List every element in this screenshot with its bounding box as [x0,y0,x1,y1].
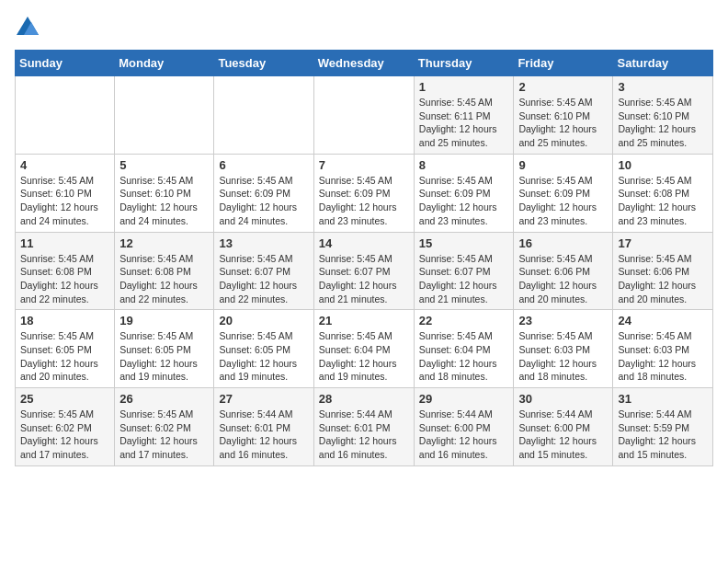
header-row: SundayMondayTuesdayWednesdayThursdayFrid… [16,51,713,76]
day-number: 14 [319,236,409,250]
day-cell: 1Sunrise: 5:45 AM Sunset: 6:11 PM Daylig… [414,76,514,155]
day-cell: 29Sunrise: 5:44 AM Sunset: 6:00 PM Dayli… [414,388,514,466]
week-row-1: 1Sunrise: 5:45 AM Sunset: 6:11 PM Daylig… [16,76,713,155]
day-cell: 11Sunrise: 5:45 AM Sunset: 6:08 PM Dayli… [16,232,115,310]
day-info: Sunrise: 5:45 AM Sunset: 6:02 PM Dayligh… [20,408,109,462]
day-cell: 6Sunrise: 5:45 AM Sunset: 6:09 PM Daylig… [214,154,313,232]
day-info: Sunrise: 5:45 AM Sunset: 6:03 PM Dayligh… [518,329,608,384]
day-cell: 12Sunrise: 5:45 AM Sunset: 6:08 PM Dayli… [115,232,214,310]
header-cell-wednesday: Wednesday [313,51,414,76]
day-number: 31 [618,392,708,406]
day-number: 11 [20,236,109,250]
day-number: 9 [518,158,608,172]
day-number: 25 [20,392,109,406]
day-number: 7 [319,158,409,172]
day-cell: 4Sunrise: 5:45 AM Sunset: 6:10 PM Daylig… [16,154,115,232]
header-cell-friday: Friday [514,51,613,76]
day-cell: 21Sunrise: 5:45 AM Sunset: 6:04 PM Dayli… [313,310,414,388]
day-number: 15 [419,236,509,250]
day-info: Sunrise: 5:45 AM Sunset: 6:03 PM Dayligh… [618,329,708,384]
day-number: 17 [618,236,708,250]
day-number: 2 [518,80,608,94]
day-cell: 18Sunrise: 5:45 AM Sunset: 6:05 PM Dayli… [16,310,115,388]
header-cell-thursday: Thursday [414,51,514,76]
day-number: 4 [20,158,109,172]
header-cell-sunday: Sunday [16,51,115,76]
day-info: Sunrise: 5:45 AM Sunset: 6:06 PM Dayligh… [518,252,608,306]
day-cell: 23Sunrise: 5:45 AM Sunset: 6:03 PM Dayli… [514,310,613,388]
day-cell: 14Sunrise: 5:45 AM Sunset: 6:07 PM Dayli… [313,232,414,310]
header-cell-saturday: Saturday [613,51,713,76]
header-cell-tuesday: Tuesday [214,51,313,76]
calendar-table: SundayMondayTuesdayWednesdayThursdayFrid… [15,50,713,466]
day-info: Sunrise: 5:45 AM Sunset: 6:09 PM Dayligh… [419,174,509,228]
day-info: Sunrise: 5:45 AM Sunset: 6:08 PM Dayligh… [618,174,708,228]
logo [15,15,44,40]
day-number: 12 [119,236,209,250]
day-number: 6 [219,158,308,172]
day-info: Sunrise: 5:45 AM Sunset: 6:07 PM Dayligh… [319,252,409,306]
day-cell: 19Sunrise: 5:45 AM Sunset: 6:05 PM Dayli… [115,310,214,388]
day-cell: 9Sunrise: 5:45 AM Sunset: 6:09 PM Daylig… [514,154,613,232]
day-info: Sunrise: 5:45 AM Sunset: 6:09 PM Dayligh… [219,174,308,228]
week-row-5: 25Sunrise: 5:45 AM Sunset: 6:02 PM Dayli… [16,388,713,466]
week-row-3: 11Sunrise: 5:45 AM Sunset: 6:08 PM Dayli… [16,232,713,310]
day-info: Sunrise: 5:44 AM Sunset: 6:00 PM Dayligh… [518,408,608,462]
day-info: Sunrise: 5:45 AM Sunset: 6:10 PM Dayligh… [119,174,209,228]
day-cell: 8Sunrise: 5:45 AM Sunset: 6:09 PM Daylig… [414,154,514,232]
day-number: 29 [419,392,509,406]
day-number: 22 [419,314,509,327]
day-info: Sunrise: 5:45 AM Sunset: 6:09 PM Dayligh… [518,174,608,228]
day-number: 16 [518,236,608,250]
day-cell: 24Sunrise: 5:45 AM Sunset: 6:03 PM Dayli… [613,310,713,388]
day-number: 23 [518,314,608,327]
day-info: Sunrise: 5:44 AM Sunset: 6:01 PM Dayligh… [219,408,308,462]
day-cell: 28Sunrise: 5:44 AM Sunset: 6:01 PM Dayli… [313,388,414,466]
day-info: Sunrise: 5:45 AM Sunset: 6:08 PM Dayligh… [119,252,209,306]
day-info: Sunrise: 5:45 AM Sunset: 6:04 PM Dayligh… [419,329,509,384]
day-number: 26 [119,392,209,406]
day-info: Sunrise: 5:45 AM Sunset: 6:05 PM Dayligh… [119,329,209,384]
day-number: 10 [618,158,708,172]
day-cell: 30Sunrise: 5:44 AM Sunset: 6:00 PM Dayli… [514,388,613,466]
day-info: Sunrise: 5:45 AM Sunset: 6:11 PM Dayligh… [419,96,509,150]
logo-icon [15,15,40,40]
calendar-header: SundayMondayTuesdayWednesdayThursdayFrid… [16,51,713,76]
day-cell: 3Sunrise: 5:45 AM Sunset: 6:10 PM Daylig… [613,76,713,155]
day-cell [214,76,313,155]
day-number: 20 [219,314,308,327]
day-info: Sunrise: 5:45 AM Sunset: 6:09 PM Dayligh… [319,174,409,228]
day-cell: 26Sunrise: 5:45 AM Sunset: 6:02 PM Dayli… [115,388,214,466]
day-cell: 17Sunrise: 5:45 AM Sunset: 6:06 PM Dayli… [613,232,713,310]
day-number: 30 [518,392,608,406]
day-number: 5 [119,158,209,172]
day-cell: 13Sunrise: 5:45 AM Sunset: 6:07 PM Dayli… [214,232,313,310]
day-info: Sunrise: 5:44 AM Sunset: 6:01 PM Dayligh… [319,408,409,462]
day-info: Sunrise: 5:45 AM Sunset: 6:10 PM Dayligh… [20,174,109,228]
header [15,15,713,40]
day-number: 18 [20,314,109,327]
day-number: 8 [419,158,509,172]
day-cell: 2Sunrise: 5:45 AM Sunset: 6:10 PM Daylig… [514,76,613,155]
day-info: Sunrise: 5:45 AM Sunset: 6:07 PM Dayligh… [219,252,308,306]
day-cell [16,76,115,155]
day-cell: 15Sunrise: 5:45 AM Sunset: 6:07 PM Dayli… [414,232,514,310]
day-info: Sunrise: 5:44 AM Sunset: 5:59 PM Dayligh… [618,408,708,462]
day-info: Sunrise: 5:45 AM Sunset: 6:10 PM Dayligh… [518,96,608,150]
day-cell: 16Sunrise: 5:45 AM Sunset: 6:06 PM Dayli… [514,232,613,310]
day-info: Sunrise: 5:45 AM Sunset: 6:02 PM Dayligh… [119,408,209,462]
day-info: Sunrise: 5:45 AM Sunset: 6:06 PM Dayligh… [618,252,708,306]
day-info: Sunrise: 5:44 AM Sunset: 6:00 PM Dayligh… [419,408,509,462]
day-number: 19 [119,314,209,327]
day-cell: 31Sunrise: 5:44 AM Sunset: 5:59 PM Dayli… [613,388,713,466]
day-cell: 22Sunrise: 5:45 AM Sunset: 6:04 PM Dayli… [414,310,514,388]
day-cell [313,76,414,155]
week-row-2: 4Sunrise: 5:45 AM Sunset: 6:10 PM Daylig… [16,154,713,232]
day-number: 1 [419,80,509,94]
day-cell [115,76,214,155]
day-cell: 10Sunrise: 5:45 AM Sunset: 6:08 PM Dayli… [613,154,713,232]
day-info: Sunrise: 5:45 AM Sunset: 6:10 PM Dayligh… [618,96,708,150]
day-number: 28 [319,392,409,406]
day-number: 24 [618,314,708,327]
day-info: Sunrise: 5:45 AM Sunset: 6:05 PM Dayligh… [219,329,308,384]
